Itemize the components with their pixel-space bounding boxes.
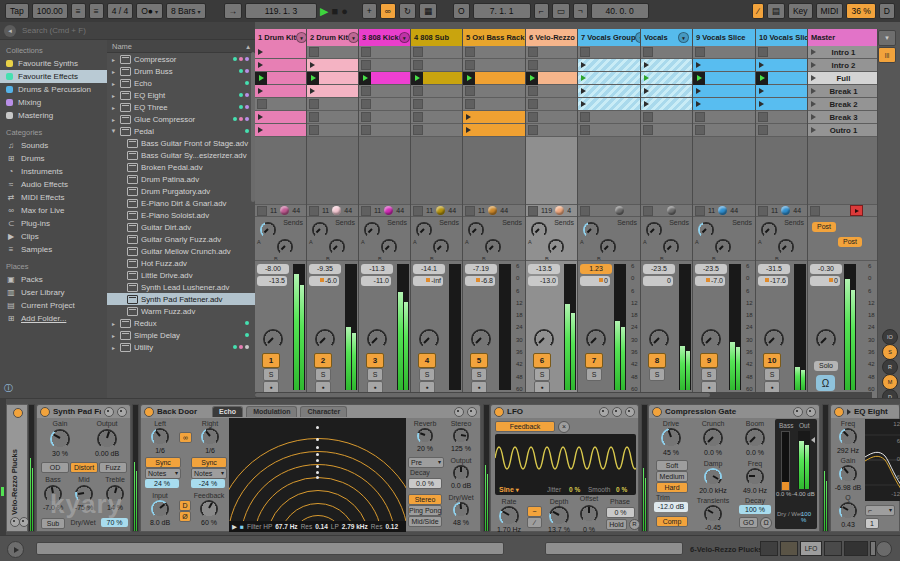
track-header[interactable]: 5 Oxi Bass Rack: [463, 29, 525, 46]
track-activator-button[interactable]: 6: [533, 353, 551, 368]
solo-button[interactable]: S: [315, 368, 331, 381]
volume-fader-value[interactable]: -13.0: [528, 276, 558, 286]
browser-list-item[interactable]: Synth Pad Fattener.adv: [107, 293, 255, 305]
solo-button[interactable]: S: [701, 368, 717, 381]
clip-playing-box[interactable]: [693, 72, 705, 85]
stop-all-clips-button[interactable]: [361, 206, 371, 216]
feedback-knob[interactable]: [200, 500, 218, 518]
clip-slot[interactable]: [255, 111, 306, 124]
freq-knob[interactable]: [746, 468, 764, 486]
browser-list-item[interactable]: Bass Guitar Front of Stage.adv: [107, 137, 255, 149]
volume-fader-value[interactable]: -11.0: [361, 276, 391, 286]
peak-level-value[interactable]: 1.23: [580, 264, 612, 274]
phase-button[interactable]: Ø: [179, 511, 191, 522]
eq-gain-value[interactable]: -6.98 dB: [833, 484, 863, 491]
browser-list-item[interactable]: Drum Purgatory.adv: [107, 185, 255, 197]
chain-activator-led[interactable]: [13, 408, 23, 418]
stop-all-clips-button[interactable]: [580, 206, 590, 216]
stereo-mode-button[interactable]: Stereo: [408, 494, 442, 505]
clip-stop-button[interactable]: [528, 125, 538, 135]
preview-play-icon[interactable]: [7, 541, 24, 558]
input-knob[interactable]: [151, 500, 169, 518]
track-activator-button[interactable]: 8: [648, 353, 666, 368]
clip-drop-area[interactable]: [411, 137, 462, 204]
device-thumbnail[interactable]: [844, 541, 868, 556]
expand-arrow-icon[interactable]: ▸: [110, 104, 117, 111]
clip-slot[interactable]: [578, 124, 640, 137]
collection-item[interactable]: Drums & Percussion: [0, 83, 107, 96]
browser-list-item[interactable]: E-Piano Soloist.adv: [107, 209, 255, 221]
clip-stop-button[interactable]: [361, 86, 371, 96]
show-hide-r-button[interactable]: R: [882, 359, 898, 375]
clip-slot[interactable]: [526, 111, 577, 124]
hot-swap-icon[interactable]: [793, 407, 803, 417]
track-io-section[interactable]: 1144: [693, 204, 755, 216]
eq-band-button[interactable]: 1: [865, 518, 879, 529]
clip-slot[interactable]: [463, 98, 525, 111]
clip-play-icon[interactable]: [644, 62, 649, 68]
reverb-position-select[interactable]: Pre▾: [408, 457, 444, 468]
clip-stop-button[interactable]: [528, 99, 538, 109]
right-time-value[interactable]: 1/6: [195, 447, 225, 454]
send-b-knob[interactable]: [600, 239, 616, 255]
save-preset-icon[interactable]: [117, 407, 127, 417]
peak-level-value[interactable]: -23.5: [643, 264, 675, 274]
clip-playing-box[interactable]: [255, 72, 267, 85]
wrench-icon[interactable]: [612, 407, 622, 417]
clip-play-icon[interactable]: [759, 62, 764, 68]
volume-fader-value[interactable]: -7.0: [695, 276, 725, 286]
browser-list-item[interactable]: ▸Utility: [107, 341, 255, 353]
track-activator-button[interactable]: 3: [366, 353, 384, 368]
track-header[interactable]: 6 Velo-Rezzo P: [526, 29, 577, 46]
output-value[interactable]: 0.00 dB: [89, 450, 125, 457]
mid-knob[interactable]: [75, 485, 93, 503]
clip-slot[interactable]: [526, 124, 577, 137]
clip-slot[interactable]: [411, 98, 462, 111]
clip-stop-button[interactable]: [361, 60, 371, 70]
categorie-item[interactable]: ▶Clips: [0, 230, 107, 243]
clip-slot[interactable]: [756, 72, 807, 85]
gain-value[interactable]: 30 %: [43, 450, 77, 457]
reverb-value[interactable]: 20 %: [408, 445, 442, 452]
clip-slot[interactable]: [255, 46, 306, 59]
expand-arrow-icon[interactable]: ▸: [110, 68, 117, 75]
mid-value[interactable]: -75 %: [70, 504, 98, 511]
pan-knob[interactable]: [534, 329, 554, 349]
stop-all-clips-button[interactable]: [643, 206, 653, 216]
track-io-section[interactable]: [578, 204, 640, 216]
pan-knob[interactable]: [367, 329, 387, 349]
drywet-value[interactable]: 70 %: [101, 518, 128, 527]
clip-slot[interactable]: [463, 124, 525, 137]
eq-gain-knob[interactable]: [839, 465, 857, 483]
peak-level-value[interactable]: -7.19: [465, 264, 497, 274]
res1-value[interactable]: 0.14: [315, 523, 328, 530]
medium-mode-button[interactable]: Medium: [656, 471, 688, 482]
place-item[interactable]: ⊞Add Folder...: [0, 312, 107, 325]
echo-output-knob[interactable]: [453, 465, 469, 481]
send-a-knob[interactable]: [312, 222, 328, 238]
peak-level-value[interactable]: -13.5: [528, 264, 560, 274]
clip-stop-button[interactable]: [361, 125, 371, 135]
input-value[interactable]: 8.0 dB: [145, 519, 175, 526]
categorie-item[interactable]: ⊞Drums: [0, 152, 107, 165]
clip-slot[interactable]: [693, 98, 755, 111]
clip-stop-button[interactable]: [643, 47, 653, 57]
back-to-arrangement-button[interactable]: ▦: [419, 3, 437, 19]
loop-button[interactable]: ▭: [552, 3, 570, 19]
track-header[interactable]: 10 Vocals Slice: [756, 29, 807, 46]
send-b-knob[interactable]: [778, 239, 794, 255]
master-track-header[interactable]: Master: [808, 29, 877, 46]
browser-list-item[interactable]: Guitar Gnarly Fuzz.adv: [107, 233, 255, 245]
clip-slot[interactable]: [359, 59, 410, 72]
rate-sync-mode-button[interactable]: ∕: [527, 517, 542, 528]
clip-slot[interactable]: [693, 124, 755, 137]
transients-knob[interactable]: [704, 505, 722, 523]
clip-slot[interactable]: [578, 46, 640, 59]
clip-play-icon[interactable]: [466, 127, 471, 133]
send-a-knob[interactable]: [583, 222, 599, 238]
record-button[interactable]: ●: [341, 6, 348, 17]
clip-slot[interactable]: [411, 46, 462, 59]
treble-knob[interactable]: [106, 485, 124, 503]
boom-value[interactable]: 0.0 %: [737, 449, 773, 456]
expand-arrow-icon[interactable]: ▸: [110, 320, 117, 327]
